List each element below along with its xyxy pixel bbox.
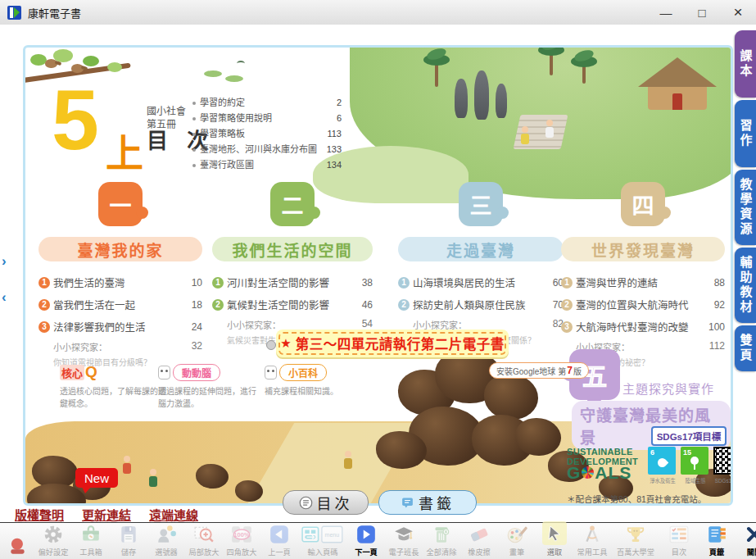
collapse-panel-chevron[interactable]: ‹: [2, 290, 15, 305]
next-page-button[interactable]: 下一頁: [347, 523, 385, 559]
workspace: › ‹: [0, 25, 756, 522]
page-number-input-button[interactable]: menu 輸入頁碼: [298, 523, 347, 559]
next-page-icon: [355, 524, 377, 545]
front-matter-list: 學習的約定2 學習策略使用說明6 學習策略板113 臺灣地形、河川與水庫分布圖1…: [192, 95, 342, 173]
stone-statue-icon: [455, 79, 468, 118]
palette-brush-icon: [505, 524, 528, 545]
sdg-goal-6: 6 淨水及衛生: [648, 447, 677, 484]
copyright-link[interactable]: 版權聲明: [15, 506, 64, 523]
unit-4-title: 世界發現臺灣: [561, 237, 725, 261]
previous-page-icon: [269, 524, 290, 545]
sdg-wheel-icon: [582, 466, 594, 479]
unit-1-title: 臺灣我的家: [38, 237, 202, 261]
eraser-button[interactable]: 橡皮擦: [460, 523, 498, 559]
front-matter-row: 學習的約定2: [192, 95, 342, 111]
tab-textbook[interactable]: 課本: [735, 30, 756, 98]
close-button[interactable]: ×: [720, 1, 756, 25]
remote-connection-link[interactable]: 遠端連線: [149, 506, 198, 523]
unit-2-column: 二 我們生活的空間 1河川對生活空間的影響38 2氣候對生活空間的影響46 小小…: [212, 182, 373, 346]
toc-icon: [299, 496, 313, 510]
maximize-button[interactable]: □: [684, 1, 720, 25]
rock: [484, 374, 538, 420]
bookmark-icon: [401, 496, 414, 510]
tab-supplementary-materials[interactable]: 輔助教材: [735, 248, 756, 323]
walking-kid: [520, 126, 530, 144]
select-tool-button[interactable]: 選取: [536, 521, 573, 559]
stone-statue-icon: [474, 70, 489, 120]
unit-4-column: 四 世界發現臺灣 1臺灣與世界的連結88 2臺灣的位置與大航海時代92 3大航海…: [561, 182, 725, 368]
update-link[interactable]: 更新連結: [82, 506, 131, 523]
local-zoom-button[interactable]: 局部放大: [185, 523, 223, 559]
rock: [196, 464, 229, 489]
lesson-row: 2當我們生活在一起18: [38, 293, 202, 316]
quiz-game-button[interactable]: 百萬大學堂: [611, 523, 660, 559]
svg-text:100%: 100%: [233, 530, 250, 538]
front-matter-row: 學習策略板113: [192, 126, 342, 142]
close-app-button[interactable]: 關閉: [736, 523, 756, 559]
lesson-row: 1我們生活的臺灣10: [38, 271, 202, 293]
previous-page-button[interactable]: 上一頁: [260, 523, 298, 559]
unit-3-stamp-icon: 三: [459, 182, 503, 226]
walking-kid: [545, 120, 555, 138]
sdgs-17-goals-button[interactable]: SDGs17項目標: [651, 426, 727, 446]
fit-100-button[interactable]: 100% 四角放大: [223, 523, 260, 559]
app-logo-icon: [7, 6, 21, 20]
unit-2-title: 我們生活的空間: [212, 237, 373, 261]
grass-tuft: [225, 75, 243, 82]
walking-kid: [148, 469, 158, 487]
expand-panel-chevron[interactable]: ›: [2, 254, 15, 269]
toc-tab[interactable]: 目次: [283, 490, 369, 515]
close-x-icon: [745, 525, 756, 544]
lesson-row: 3法律影響我們的生活24: [38, 316, 202, 338]
toolbox-button[interactable]: 工具箱: [72, 523, 110, 559]
toc-tool-button[interactable]: 目次: [660, 523, 698, 559]
fit-100-icon: 100%: [229, 524, 254, 545]
bird-icon: [45, 59, 57, 68]
stamp-tool[interactable]: [2, 535, 34, 559]
semester-char: 上: [106, 123, 143, 177]
save-icon: [118, 524, 139, 545]
stone-statue-icon: [496, 84, 507, 118]
clear-all-button[interactable]: 全部清除: [423, 523, 460, 559]
install-google-earth-button[interactable]: 安裝Google地球 第 7 版: [489, 362, 589, 379]
unit-3-column: 三 走過臺灣 1山海環境與居民的生活60 2探訪史前人類與原住民族70 小小探究…: [398, 182, 564, 346]
star-icon: ★: [280, 336, 291, 351]
lesson-row: 3大航海時代對臺灣的改變100: [561, 316, 725, 338]
new-badge: New: [75, 468, 118, 488]
preferences-button[interactable]: 偏好設定: [34, 523, 72, 559]
pin-icon: [266, 340, 276, 350]
face-icon: [265, 366, 277, 379]
tab-two-page-view[interactable]: 雙頁: [735, 325, 756, 371]
sdg-qr: SDGs17項目標: [713, 447, 733, 484]
side-tab-bar: 課本 習作 教學資源 輔助教材 雙頁: [734, 30, 756, 374]
palm-tree-icon: [435, 62, 438, 87]
flying-bird-icon: [237, 61, 245, 66]
lesson-row: 1山海環境與居民的生活60: [398, 271, 564, 293]
book-page: 5 上 國小社會 第五冊 目 次 學習的約定2 學習策略使用說明6 學習策略板1…: [23, 45, 733, 506]
minimize-button[interactable]: —: [648, 1, 684, 25]
hut-door: [672, 93, 682, 110]
number-picker-button[interactable]: 選號器: [147, 523, 185, 559]
trash-icon: [431, 524, 452, 545]
lesson-row: 1河川對生活空間的影響38: [212, 271, 373, 293]
legend-core-q: 核心Q 透過核心問題，了解每課的關鍵概念。: [60, 364, 168, 410]
bottom-toolbar: 偏好設定 工具箱 儲存 選號器 局部放大 100% 四角放大 上一頁 menu: [0, 522, 756, 559]
page-tabs-button[interactable]: 頁籤: [698, 523, 736, 559]
brush-button[interactable]: 畫筆: [498, 523, 536, 559]
bookmark-tab[interactable]: 書籤: [378, 490, 477, 515]
save-button[interactable]: 儲存: [110, 523, 147, 559]
tab-workbook[interactable]: 習作: [735, 100, 756, 167]
class-monitor-button[interactable]: 電子班長: [385, 523, 423, 559]
page-input-icon: menu: [301, 524, 344, 545]
common-tools-button[interactable]: 常用工具: [573, 523, 611, 559]
window-title: 康軒電子書: [28, 5, 81, 20]
tab-teaching-resources[interactable]: 教學資源: [735, 170, 756, 245]
compass-icon: [582, 524, 603, 545]
eraser-icon: [468, 524, 491, 545]
toc-list-icon: [668, 524, 690, 545]
number-picker-icon: [155, 524, 178, 545]
legend-encyclopedia: 小百科 補充課程相關知識。: [265, 364, 356, 398]
unit-3-title: 走過臺灣: [398, 237, 564, 261]
legend-brainstorm: 動動腦 透過課程的延伸問題，進行腦力激盪。: [158, 364, 263, 410]
svg-text:menu: menu: [325, 531, 340, 537]
